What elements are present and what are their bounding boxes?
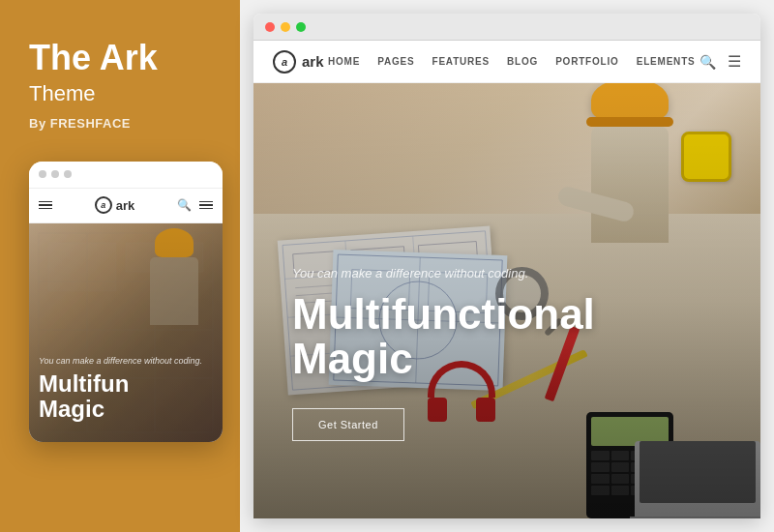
desktop-dot-yellow: [281, 22, 290, 32]
mobile-logo-name: ark: [116, 198, 135, 213]
theme-subtitle: Theme: [29, 81, 221, 106]
desktop-logo-name: ark: [302, 53, 324, 70]
mobile-logo-circle: a: [95, 196, 112, 214]
desktop-tagline: You can make a difference without coding…: [292, 266, 722, 281]
theme-by: By FRESHFACE: [29, 116, 221, 131]
desktop-hero: You can make a difference without coding…: [253, 83, 760, 518]
desktop-top-bar: [253, 14, 760, 41]
mobile-dot-1: [39, 170, 46, 178]
desktop-dot-green: [296, 22, 306, 32]
mobile-dot-3: [64, 170, 72, 178]
mobile-hero: You can make a difference without coding…: [29, 223, 223, 442]
nav-link-elements[interactable]: ELEMENTS: [637, 56, 696, 67]
nav-link-portfolio[interactable]: PORTFOLIO: [555, 56, 619, 67]
mobile-menu-icon[interactable]: [199, 201, 213, 210]
desktop-mockup: a ark HOME PAGES FEATURES BLOG PORTFOLIO…: [253, 14, 760, 518]
mobile-logo: a ark: [95, 196, 135, 214]
nav-link-features[interactable]: FEATURES: [432, 56, 490, 67]
mobile-headline: Multifun Magic: [39, 371, 213, 423]
cta-button[interactable]: Get Started: [292, 408, 404, 441]
mobile-tagline: You can make a difference without coding…: [39, 356, 213, 366]
mobile-search-icon[interactable]: 🔍: [177, 198, 192, 212]
by-author: FRESHFACE: [50, 116, 131, 131]
theme-title: The Ark: [29, 39, 221, 77]
desktop-menu-icon[interactable]: ☰: [728, 52, 741, 71]
nav-link-blog[interactable]: BLOG: [507, 56, 538, 67]
mobile-dot-2: [51, 170, 59, 178]
desktop-nav-links: HOME PAGES FEATURES BLOG PORTFOLIO ELEME…: [328, 56, 696, 67]
desktop-logo: a ark: [273, 50, 324, 74]
mobile-top-bar: [29, 162, 223, 189]
mobile-hamburger-icon[interactable]: [39, 201, 52, 210]
left-panel: The Ark Theme By FRESHFACE a ark 🔍: [0, 0, 240, 532]
nav-link-pages[interactable]: PAGES: [377, 56, 414, 67]
desktop-dot-red: [265, 22, 275, 32]
desktop-nav-icons: 🔍 ☰: [700, 52, 741, 71]
desktop-search-icon[interactable]: 🔍: [700, 54, 716, 70]
nav-link-home[interactable]: HOME: [328, 56, 360, 67]
desktop-hero-content: You can make a difference without coding…: [292, 266, 722, 441]
mobile-nav: a ark 🔍: [29, 189, 223, 223]
desktop-logo-circle: a: [273, 50, 296, 74]
desktop-headline: Multifunctional Magic: [292, 292, 722, 381]
mobile-mockup: a ark 🔍: [29, 162, 223, 442]
desktop-nav: a ark HOME PAGES FEATURES BLOG PORTFOLIO…: [253, 41, 760, 83]
mobile-hero-content: You can make a difference without coding…: [39, 356, 213, 423]
by-label: By: [29, 116, 50, 131]
right-panel: a ark HOME PAGES FEATURES BLOG PORTFOLIO…: [240, 0, 774, 532]
mobile-nav-icons: 🔍: [177, 198, 213, 212]
